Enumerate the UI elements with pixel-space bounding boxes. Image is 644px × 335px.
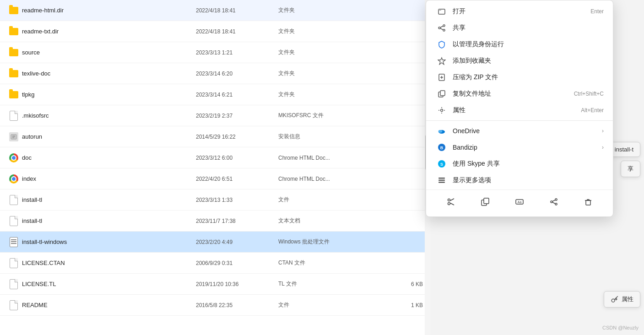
svg-rect-16 (440, 91, 445, 96)
table-row[interactable]: install-tl 2023/3/13 1:33 文件 (0, 189, 430, 211)
table-row[interactable]: LICENSE.TL 2019/11/20 10:36 TL 文件 6 KB (0, 274, 430, 295)
file-icon (10, 258, 18, 268)
file-date: 2023/3/14 6:21 (196, 92, 278, 98)
submenu-arrow-onedrive: › (602, 128, 604, 134)
svg-point-7 (438, 27, 440, 29)
svg-rect-32 (484, 198, 489, 204)
menu-label-share: 共享 (453, 24, 604, 32)
menu-label-properties: 属性 (453, 106, 572, 114)
table-row[interactable]: autorun 2014/5/29 16:22 安装信息 (0, 126, 430, 147)
menu-label-run-as-admin: 以管理员身份运行 (453, 40, 604, 49)
file-date: 2023/3/13 1:33 (196, 197, 278, 203)
onedrive-icon (435, 127, 448, 135)
file-icon-cell (7, 174, 20, 184)
file-icon (10, 300, 18, 310)
svg-point-27 (448, 199, 450, 201)
folder-icon (9, 7, 18, 14)
file-type: 文件夹 (278, 70, 361, 77)
menu-item-more-options[interactable]: 显示更多选项 (426, 172, 613, 189)
more-icon (435, 176, 448, 184)
setup-icon (9, 132, 18, 141)
menu-item-open[interactable]: 打开 Enter (426, 3, 613, 20)
bottom-copy-button[interactable] (477, 194, 493, 210)
submenu-arrow-bandizip: › (602, 144, 604, 151)
file-type: 文件夹 (278, 49, 361, 56)
file-type: Windows 批处理文件 (278, 238, 361, 246)
svg-point-37 (555, 203, 557, 205)
svg-rect-5 (438, 9, 441, 11)
table-row[interactable]: .mkisofsrc 2023/2/19 2:37 MKISOFSRC 文件 (0, 105, 430, 126)
svg-text:S: S (440, 162, 443, 167)
menu-item-properties[interactable]: 属性 Alt+Enter (426, 102, 613, 119)
table-row[interactable]: index 2022/4/20 6:51 Chrome HTML Doc... (0, 168, 430, 189)
table-row[interactable]: readme-txt.dir 2022/4/18 18:41 文件夹 (0, 21, 430, 42)
file-icon-cell (7, 111, 20, 121)
menu-item-skype-share[interactable]: S 使用 Skype 共享 (426, 156, 613, 172)
folder-icon (9, 28, 18, 35)
bottom-cut-button[interactable] (443, 194, 459, 210)
attribute-button-float[interactable]: 属性 (604, 291, 640, 308)
file-name: index (22, 175, 196, 182)
file-type: 文件 (278, 301, 361, 309)
file-name: source (22, 49, 196, 56)
file-date: 2014/5/29 16:22 (196, 134, 278, 140)
svg-rect-25 (438, 180, 445, 181)
file-icon-cell (7, 237, 20, 247)
file-icon-cell (7, 153, 20, 162)
menu-item-onedrive[interactable]: OneDrive › (426, 123, 613, 139)
menu-label-compress-zip: 压缩为 ZIP 文件 (453, 73, 604, 81)
table-row[interactable]: readme-html.dir 2022/4/18 18:41 文件夹 (0, 0, 430, 21)
menu-item-bandizip[interactable]: B Bandizip › (426, 139, 613, 156)
menu-item-run-as-admin[interactable]: 以管理员身份运行 (426, 36, 613, 53)
file-type: 文件 (278, 196, 361, 204)
menu-item-share[interactable]: 共享 (426, 20, 613, 36)
file-date: 2023/3/13 1:21 (196, 49, 278, 56)
table-row[interactable]: install-tl-windows 2023/2/20 4:49 Window… (0, 232, 430, 253)
menu-item-add-favorite[interactable]: 添加到收藏夹 (426, 53, 613, 69)
file-icon-cell (7, 300, 20, 310)
file-icon-cell (7, 279, 20, 289)
zip-icon (435, 73, 448, 81)
share-button-float[interactable]: 享 (621, 161, 640, 177)
file-name: autorun (22, 133, 196, 140)
file-type: 文件夹 (278, 27, 361, 35)
batch-file-icon (10, 237, 18, 247)
svg-text:Aa: Aa (518, 200, 522, 204)
attribute-label: 属性 (622, 295, 633, 303)
folder-icon (9, 49, 18, 56)
menu-shortcut-properties: Alt+Enter (581, 107, 604, 113)
bottom-share2-button[interactable] (546, 194, 562, 210)
file-icon (10, 279, 18, 289)
menu-item-copy-path[interactable]: 复制文件地址 Ctrl+Shift+C (426, 86, 613, 102)
table-row[interactable]: install-tl 2023/11/7 17:38 文本文档 (0, 211, 430, 232)
menu-label-copy-path: 复制文件地址 (453, 90, 565, 98)
table-row[interactable]: README 2016/5/8 22:35 文件 1 KB (0, 295, 430, 316)
file-type: TL 文件 (278, 280, 361, 288)
svg-point-35 (555, 199, 557, 200)
menu-label-onedrive: OneDrive (453, 127, 598, 135)
chrome-icon (9, 153, 18, 162)
table-row[interactable]: texlive-doc 2023/3/14 6:20 文件夹 (0, 63, 430, 84)
bottom-delete-button[interactable] (580, 194, 596, 210)
menu-label-more-options: 显示更多选项 (453, 176, 604, 184)
table-row[interactable]: source 2023/3/13 1:21 文件夹 (0, 42, 430, 63)
svg-point-42 (612, 299, 615, 302)
file-icon-cell (7, 216, 20, 226)
menu-shortcut-copy-path: Ctrl+Shift+C (574, 91, 604, 97)
svg-line-39 (552, 202, 555, 204)
file-date: 2006/9/29 0:31 (196, 260, 278, 266)
menu-bottom-bar: Aa (426, 189, 613, 214)
table-row[interactable]: LICENSE.CTAN 2006/9/29 0:31 CTAN 文件 (0, 253, 430, 274)
chrome-icon (9, 174, 18, 184)
file-name: LICENSE.TL (22, 281, 196, 287)
table-row[interactable]: doc 2023/3/12 6:00 Chrome HTML Doc... (0, 147, 430, 168)
bandizip-icon: B (435, 143, 448, 151)
table-row[interactable]: tlpkg 2023/3/14 6:21 文件夹 (0, 84, 430, 105)
menu-item-compress-zip[interactable]: 压缩为 ZIP 文件 (426, 69, 613, 86)
copy-path-icon (435, 90, 448, 98)
svg-point-17 (441, 109, 443, 112)
file-name: readme-txt.dir (22, 28, 196, 35)
file-name: texlive-doc (22, 70, 196, 77)
bottom-rename-button[interactable]: Aa (511, 194, 528, 210)
svg-line-9 (440, 26, 443, 27)
